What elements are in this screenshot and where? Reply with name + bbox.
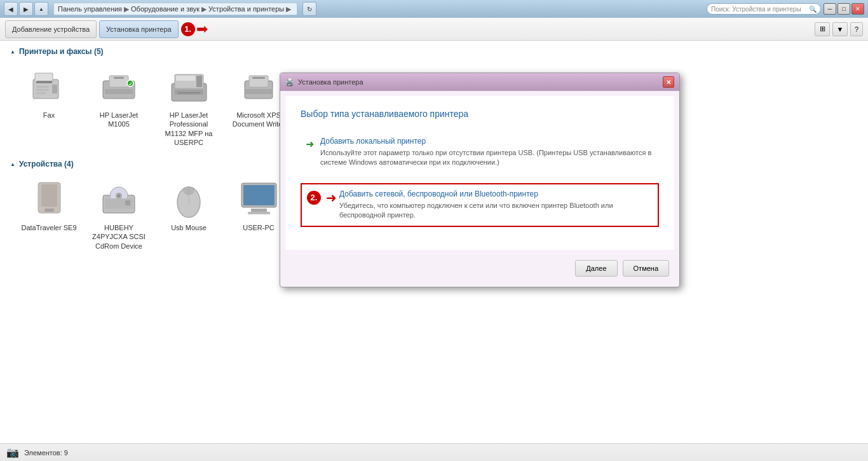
devices-section-label: Устройства (4) [19,160,74,169]
toolbar-right: ⊞ ▼ ? [815,22,863,36]
breadcrumb-item: Устройства и принтеры [208,5,284,13]
svg-rect-42 [243,185,275,205]
install-printer-dialog: 🖨️ Установка принтера ✕ Выбор типа устан… [280,72,680,287]
list-item[interactable]: USER-PC [230,176,287,251]
list-item[interactable]: ✓ HP LaserJet M1005 [90,64,147,147]
svg-rect-22 [252,77,265,79]
device-name: USER-PC [243,223,275,232]
dialog-content: Выбор типа устанавливаемого принтера ➜ Д… [285,96,674,250]
printer-dialog-icon: 🖨️ [285,78,294,86]
dialog-title-left: 🖨️ Установка принтера [285,78,363,86]
breadcrumb-separator: ▶ [201,5,207,13]
annotation-1-bubble: 1. [181,22,195,36]
option1-text: Добавить локальный принтер Используйте э… [320,137,654,168]
computer-icon [236,176,281,221]
dialog-title-text: Установка принтера [298,78,363,86]
camera-icon: 📷 [6,446,19,458]
svg-rect-29 [41,184,57,207]
svg-rect-10 [114,77,124,79]
back-button[interactable]: ◀ [4,2,18,16]
window-controls: ─ □ ✕ [824,3,864,15]
annotation-2-arrow-icon: ➜ [326,190,337,205]
annotation-1-arrow: ➡ [196,21,208,38]
search-box[interactable]: Поиск: Устройства и принтеры 🔍 [707,3,821,15]
svg-rect-21 [245,89,273,94]
title-bar-left: ◀ ▶ ▲ Панель управления ▶ Оборудование и… [4,2,316,16]
main-window: ◀ ▶ ▲ Панель управления ▶ Оборудование и… [0,0,868,461]
breadcrumb-item: Оборудование и звук [131,5,200,13]
fax-icon [27,64,71,108]
help-button[interactable]: ? [850,22,863,36]
xps-icon [236,64,281,108]
svg-rect-40 [186,188,191,193]
cancel-button[interactable]: Отмена [623,260,669,277]
search-placeholder: Поиск: Устройства и принтеры [711,6,801,13]
device-name: HP LaserJet Professional M1132 MFP на US… [160,111,217,147]
option1-title: Добавить локальный принтер [320,137,654,146]
svg-rect-3 [52,85,57,93]
dialog-close-button[interactable]: ✕ [663,76,674,88]
option2-title: Добавить сетевой, беспроводной или Bluet… [339,189,653,198]
nav-buttons: ◀ ▶ ▲ [4,2,48,16]
device-name: Fax [43,111,55,120]
next-button[interactable]: Далее [575,260,617,277]
list-item[interactable]: Fax [20,64,78,147]
local-printer-option[interactable]: ➜ Добавить локальный принтер Используйте… [301,132,659,173]
install-printer-button[interactable]: Установка принтера [99,20,179,38]
device-name: Microsoft XPS Document Writer [230,111,287,129]
title-bar-right: Поиск: Устройства и принтеры 🔍 ─ □ ✕ [707,3,864,15]
annotation-2-bubble: 2. [307,191,321,205]
device-name: Usb Mouse [171,223,207,232]
option2-text: Добавить сетевой, беспроводной или Bluet… [339,189,653,221]
svg-rect-9 [105,89,133,94]
breadcrumb-item: Панель управления [58,5,122,13]
hp-m1132-icon [166,64,211,108]
device-name: DataTraveler SE9 [21,223,76,232]
printers-section-header: Принтеры и факсы (5) [10,47,858,56]
svg-rect-44 [248,212,270,214]
view-toggle-button[interactable]: ⊞ [815,22,830,36]
view-dropdown-button[interactable]: ▼ [832,22,848,36]
dialog-title-bar: 🖨️ Установка принтера ✕ [280,73,679,91]
mouse-icon [166,176,211,221]
dialog-footer: Далее Отмена [280,255,679,287]
main-content: Принтеры и факсы (5) Fax [0,41,868,443]
svg-rect-43 [251,209,267,212]
svg-point-34 [118,195,120,197]
title-bar: ◀ ▶ ▲ Панель управления ▶ Оборудование и… [0,0,868,18]
svg-rect-30 [44,209,54,212]
cdrom-icon [97,176,141,221]
list-item[interactable]: HP LaserJet Professional M1132 MFP на US… [160,64,217,147]
option1-description: Используйте этот параметр только при отс… [320,148,654,168]
add-device-button[interactable]: Добавление устройства [5,20,97,38]
printers-section-label: Принтеры и факсы (5) [19,47,104,56]
breadcrumb-separator: ▶ [124,5,129,13]
status-bar: 📷 Элементов: 9 [0,443,868,461]
svg-rect-16 [196,76,202,87]
list-item[interactable]: Usb Mouse [160,176,217,251]
svg-rect-18 [178,92,200,93]
svg-text:✓: ✓ [128,81,133,87]
close-button[interactable]: ✕ [851,3,864,15]
toolbar: Добавление устройства Установка принтера… [0,18,868,41]
minimize-button[interactable]: ─ [824,3,836,15]
forward-button[interactable]: ▶ [19,2,33,16]
network-printer-option[interactable]: 2. ➜ Добавить сетевой, беспроводной или … [301,183,659,227]
breadcrumb-separator: ▶ [286,5,291,13]
up-button[interactable]: ▲ [34,2,48,16]
dialog-main-title: Выбор типа устанавливаемого принтера [301,109,659,119]
list-item[interactable]: Microsoft XPS Document Writer [230,64,287,147]
svg-rect-15 [176,76,195,81]
list-item[interactable]: HUBEHY Z4PYJCXA SCSI CdRom Device [90,176,147,251]
breadcrumb[interactable]: Панель управления ▶ Оборудование и звук … [53,3,297,15]
svg-rect-6 [36,92,46,94]
svg-rect-5 [36,89,49,91]
option1-arrow-icon: ➜ [306,138,314,150]
svg-rect-2 [36,81,52,83]
list-item[interactable]: DataTraveler SE9 [20,176,78,251]
search-icon: 🔍 [809,6,817,13]
usb-icon [27,176,71,221]
items-count: Элементов: 9 [24,449,68,457]
maximize-button[interactable]: □ [837,3,850,15]
refresh-button[interactable]: ↻ [302,2,316,16]
